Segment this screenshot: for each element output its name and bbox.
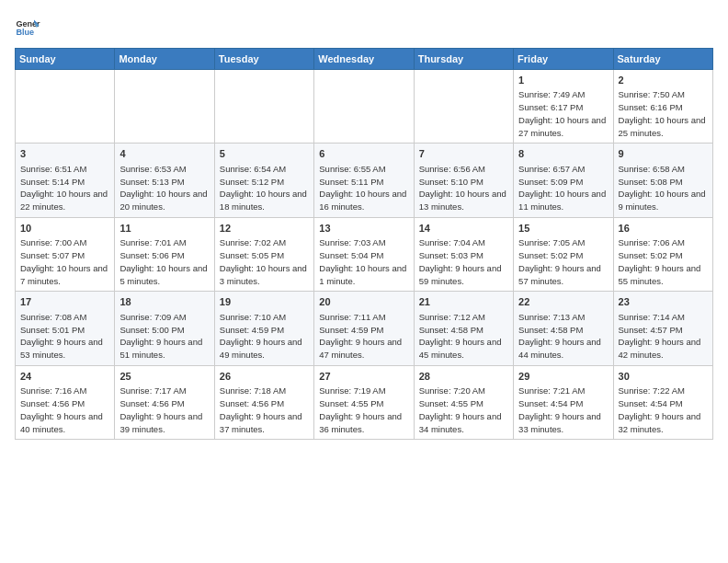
calendar-cell: 29Sunrise: 7:21 AM Sunset: 4:54 PM Dayli…	[514, 365, 613, 439]
calendar-cell: 20Sunrise: 7:11 AM Sunset: 4:59 PM Dayli…	[314, 292, 414, 365]
calendar-cell	[314, 70, 414, 144]
day-info: Sunrise: 7:17 AM Sunset: 4:56 PM Dayligh…	[119, 385, 209, 435]
calendar-cell: 30Sunrise: 7:22 AM Sunset: 4:54 PM Dayli…	[613, 365, 712, 439]
weekday-header-sunday: Sunday	[16, 49, 115, 70]
weekday-header-saturday: Saturday	[613, 49, 712, 70]
day-number: 11	[119, 222, 209, 236]
calendar-cell: 28Sunrise: 7:20 AM Sunset: 4:55 PM Dayli…	[414, 365, 513, 439]
day-number: 1	[518, 74, 608, 87]
day-number: 2	[619, 74, 708, 87]
calendar-cell: 22Sunrise: 7:13 AM Sunset: 4:58 PM Dayli…	[514, 292, 613, 365]
day-number: 13	[319, 222, 408, 236]
calendar-cell	[115, 70, 214, 144]
calendar-cell: 14Sunrise: 7:04 AM Sunset: 5:03 PM Dayli…	[414, 217, 513, 291]
day-info: Sunrise: 7:05 AM Sunset: 5:02 PM Dayligh…	[518, 236, 608, 287]
day-info: Sunrise: 7:11 AM Sunset: 4:59 PM Dayligh…	[319, 311, 408, 362]
calendar-cell: 19Sunrise: 7:10 AM Sunset: 4:59 PM Dayli…	[214, 292, 313, 365]
day-number: 15	[518, 222, 608, 236]
calendar-cell	[414, 70, 513, 144]
day-number: 9	[619, 147, 708, 161]
day-number: 3	[20, 147, 109, 161]
day-info: Sunrise: 7:14 AM Sunset: 4:57 PM Dayligh…	[619, 311, 708, 362]
weekday-header-tuesday: Tuesday	[214, 49, 313, 70]
day-number: 7	[419, 147, 508, 161]
day-info: Sunrise: 7:00 AM Sunset: 5:07 PM Dayligh…	[20, 236, 109, 287]
week-row-4: 17Sunrise: 7:08 AM Sunset: 5:01 PM Dayli…	[16, 292, 713, 365]
day-number: 30	[619, 370, 708, 384]
day-info: Sunrise: 7:03 AM Sunset: 5:04 PM Dayligh…	[319, 236, 408, 287]
day-number: 26	[220, 370, 309, 384]
calendar-cell: 1Sunrise: 7:49 AM Sunset: 6:17 PM Daylig…	[514, 70, 613, 144]
day-number: 27	[319, 370, 408, 384]
day-number: 18	[119, 295, 209, 309]
day-number: 6	[319, 147, 408, 161]
day-info: Sunrise: 7:22 AM Sunset: 4:54 PM Dayligh…	[619, 385, 708, 435]
svg-text:Blue: Blue	[16, 28, 34, 37]
day-info: Sunrise: 7:20 AM Sunset: 4:55 PM Dayligh…	[419, 385, 508, 435]
day-info: Sunrise: 7:10 AM Sunset: 4:59 PM Dayligh…	[220, 311, 309, 362]
day-number: 14	[419, 222, 508, 236]
day-info: Sunrise: 7:19 AM Sunset: 4:55 PM Dayligh…	[319, 385, 408, 435]
day-number: 25	[119, 370, 209, 384]
day-number: 20	[319, 295, 408, 309]
calendar-cell: 27Sunrise: 7:19 AM Sunset: 4:55 PM Dayli…	[314, 365, 414, 439]
day-number: 17	[20, 295, 109, 309]
calendar-cell: 3Sunrise: 6:51 AM Sunset: 5:14 PM Daylig…	[16, 144, 115, 217]
logo-icon: General Blue	[15, 15, 40, 40]
day-number: 28	[419, 370, 508, 384]
day-number: 21	[419, 295, 508, 309]
calendar-cell: 4Sunrise: 6:53 AM Sunset: 5:13 PM Daylig…	[115, 144, 214, 217]
day-info: Sunrise: 7:16 AM Sunset: 4:56 PM Dayligh…	[20, 385, 109, 435]
calendar-cell: 21Sunrise: 7:12 AM Sunset: 4:58 PM Dayli…	[414, 292, 513, 365]
week-row-5: 24Sunrise: 7:16 AM Sunset: 4:56 PM Dayli…	[16, 365, 713, 439]
day-info: Sunrise: 7:08 AM Sunset: 5:01 PM Dayligh…	[20, 311, 109, 362]
day-info: Sunrise: 7:13 AM Sunset: 4:58 PM Dayligh…	[518, 311, 608, 362]
day-number: 29	[518, 370, 608, 384]
calendar-cell: 13Sunrise: 7:03 AM Sunset: 5:04 PM Dayli…	[314, 217, 414, 291]
calendar-cell: 12Sunrise: 7:02 AM Sunset: 5:05 PM Dayli…	[214, 217, 313, 291]
day-info: Sunrise: 7:09 AM Sunset: 5:00 PM Dayligh…	[119, 311, 209, 362]
header: General Blue	[15, 15, 713, 40]
calendar-cell: 25Sunrise: 7:17 AM Sunset: 4:56 PM Dayli…	[115, 365, 214, 439]
day-number: 19	[220, 295, 309, 309]
day-info: Sunrise: 7:50 AM Sunset: 6:16 PM Dayligh…	[619, 88, 708, 139]
day-info: Sunrise: 7:18 AM Sunset: 4:56 PM Dayligh…	[220, 385, 309, 435]
calendar-cell: 9Sunrise: 6:58 AM Sunset: 5:08 PM Daylig…	[613, 144, 712, 217]
day-number: 5	[220, 147, 309, 161]
week-row-1: 1Sunrise: 7:49 AM Sunset: 6:17 PM Daylig…	[16, 70, 713, 144]
calendar-cell: 2Sunrise: 7:50 AM Sunset: 6:16 PM Daylig…	[613, 70, 712, 144]
calendar-cell: 10Sunrise: 7:00 AM Sunset: 5:07 PM Dayli…	[16, 217, 115, 291]
day-info: Sunrise: 6:53 AM Sunset: 5:13 PM Dayligh…	[119, 163, 209, 213]
calendar-cell: 17Sunrise: 7:08 AM Sunset: 5:01 PM Dayli…	[16, 292, 115, 365]
weekday-header-friday: Friday	[514, 49, 613, 70]
calendar-cell: 15Sunrise: 7:05 AM Sunset: 5:02 PM Dayli…	[514, 217, 613, 291]
day-number: 16	[619, 222, 708, 236]
week-row-2: 3Sunrise: 6:51 AM Sunset: 5:14 PM Daylig…	[16, 144, 713, 217]
calendar-cell: 26Sunrise: 7:18 AM Sunset: 4:56 PM Dayli…	[214, 365, 313, 439]
day-number: 8	[518, 147, 608, 161]
day-info: Sunrise: 6:58 AM Sunset: 5:08 PM Dayligh…	[619, 163, 708, 213]
day-info: Sunrise: 6:56 AM Sunset: 5:10 PM Dayligh…	[419, 163, 508, 213]
calendar-cell: 6Sunrise: 6:55 AM Sunset: 5:11 PM Daylig…	[314, 144, 414, 217]
calendar-cell: 5Sunrise: 6:54 AM Sunset: 5:12 PM Daylig…	[214, 144, 313, 217]
day-info: Sunrise: 7:06 AM Sunset: 5:02 PM Dayligh…	[619, 236, 708, 287]
day-info: Sunrise: 7:49 AM Sunset: 6:17 PM Dayligh…	[518, 88, 608, 139]
weekday-header-row: SundayMondayTuesdayWednesdayThursdayFrid…	[16, 49, 713, 70]
calendar-cell: 7Sunrise: 6:56 AM Sunset: 5:10 PM Daylig…	[414, 144, 513, 217]
calendar-cell: 18Sunrise: 7:09 AM Sunset: 5:00 PM Dayli…	[115, 292, 214, 365]
day-number: 4	[119, 147, 209, 161]
calendar-cell: 24Sunrise: 7:16 AM Sunset: 4:56 PM Dayli…	[16, 365, 115, 439]
weekday-header-monday: Monday	[115, 49, 214, 70]
weekday-header-wednesday: Wednesday	[314, 49, 414, 70]
calendar-cell: 11Sunrise: 7:01 AM Sunset: 5:06 PM Dayli…	[115, 217, 214, 291]
calendar-cell: 23Sunrise: 7:14 AM Sunset: 4:57 PM Dayli…	[613, 292, 712, 365]
day-info: Sunrise: 6:54 AM Sunset: 5:12 PM Dayligh…	[220, 163, 309, 213]
day-number: 10	[20, 222, 109, 236]
calendar-cell: 16Sunrise: 7:06 AM Sunset: 5:02 PM Dayli…	[613, 217, 712, 291]
calendar-cell	[214, 70, 313, 144]
day-info: Sunrise: 7:01 AM Sunset: 5:06 PM Dayligh…	[119, 236, 209, 287]
calendar: SundayMondayTuesdayWednesdayThursdayFrid…	[15, 48, 713, 440]
day-info: Sunrise: 7:02 AM Sunset: 5:05 PM Dayligh…	[220, 236, 309, 287]
day-info: Sunrise: 6:55 AM Sunset: 5:11 PM Dayligh…	[319, 163, 408, 213]
day-info: Sunrise: 6:51 AM Sunset: 5:14 PM Dayligh…	[20, 163, 109, 213]
